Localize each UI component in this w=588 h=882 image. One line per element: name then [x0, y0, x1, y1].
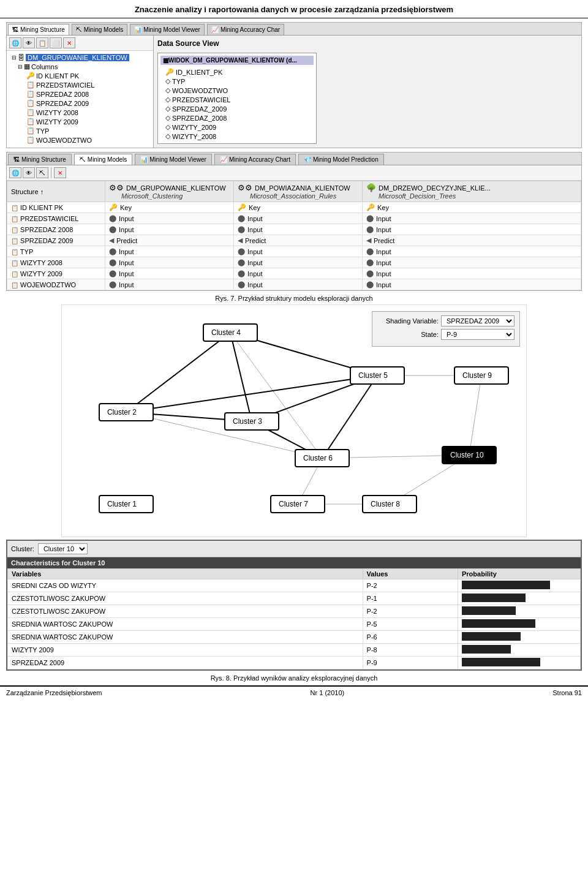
- row-field-0: 📋 ID KLIENT PK: [7, 202, 105, 213]
- row-type1-6: ⬤ Input: [105, 268, 234, 279]
- char-cluster-select[interactable]: Cluster 10: [38, 543, 88, 554]
- tab-mining-structure-top[interactable]: 🏗 Mining Structure: [8, 24, 69, 35]
- row-field-7: 📋 WOJEWODZTWO: [7, 279, 105, 290]
- tree-item-sprzedaz2009[interactable]: 📋 SPRZEDAZ 2009: [26, 99, 151, 108]
- tree-root[interactable]: ⊟ 🗄 DM_GRUPOWANIE_KLIENTOW: [12, 53, 151, 62]
- dsv-view-header: ▦ WIDOK_DM_GRUPOWANIE_KLIENTOW (d...: [160, 56, 314, 65]
- cluster-node-c10[interactable]: Cluster 10: [442, 446, 497, 464]
- row-type3-7: ⬤ Input: [363, 279, 581, 290]
- char-row: SREDNI CZAS OD WIZYTY P-2: [8, 579, 581, 592]
- dsv-field-icon-5: ◇: [165, 114, 170, 122]
- tab-mining-accuracy-bottom[interactable]: 📈 Mining Accuracy Chart: [214, 154, 296, 165]
- models-btn-2[interactable]: 👁: [23, 167, 35, 178]
- char-variable-2: CZESTOTLIWOSC ZAKUPOW: [8, 605, 363, 618]
- svg-line-15: [469, 375, 481, 455]
- input-type-icon: ⬤: [238, 281, 245, 288]
- toolbar-btn-1[interactable]: 🌐: [9, 37, 21, 48]
- row-icon-1: 📋: [11, 216, 18, 222]
- tab-mining-prediction-bottom[interactable]: 💎 Mining Model Prediction: [298, 154, 384, 165]
- predict-type-icon: ◀: [109, 236, 114, 244]
- char-value-1: P-1: [363, 592, 458, 605]
- table-row: 📋 ID KLIENT PK 🔑 Key 🔑 Key 🔑 Key: [7, 202, 581, 213]
- row-type2-7: ⬤ Input: [234, 279, 363, 290]
- toolbar-btn-2[interactable]: 👁: [23, 37, 35, 48]
- svg-line-3: [230, 333, 322, 458]
- dsv-field-icon-4: ◇: [165, 105, 170, 113]
- row-type3-5: ⬤ Input: [363, 257, 581, 268]
- row-icon-2: 📋: [11, 227, 18, 233]
- tree-item-idklient[interactable]: 🔑 ID KLIENT PK: [26, 71, 151, 80]
- cluster-node-c2[interactable]: Cluster 2: [99, 403, 154, 421]
- predict-type-icon: ◀: [238, 236, 243, 244]
- char-prob-4: [458, 631, 581, 644]
- row-icon-5: 📋: [11, 260, 18, 266]
- svg-line-1: [230, 333, 252, 421]
- dsv-field-6: ◇ WIZYTY_2009: [165, 123, 314, 132]
- mining-structure-icon-top: 🏗: [12, 26, 18, 33]
- cluster-node-c3[interactable]: Cluster 3: [224, 412, 279, 431]
- toolbar-btn-4[interactable]: ⬜: [50, 37, 62, 48]
- models-btn-1[interactable]: 🌐: [9, 167, 21, 178]
- field-icon-6: 📋: [26, 127, 35, 135]
- cluster-node-c7[interactable]: Cluster 7: [270, 495, 325, 513]
- tab-mining-models-bottom[interactable]: ⛏ Mining Models: [74, 154, 132, 165]
- cluster-node-c6[interactable]: Cluster 6: [295, 449, 350, 467]
- tree-item-sprzedaz2008[interactable]: 📋 SPRZEDAZ 2008: [26, 89, 151, 99]
- char-row: SREDNIA WARTOSC ZAKUPOW P-6: [8, 631, 581, 644]
- char-variable-5: WIZYTY 2009: [8, 644, 363, 657]
- table-row: 📋 WIZYTY 2008 ⬤ Input ⬤ Input ⬤ Input: [7, 257, 581, 268]
- dsv-field-1: ◇ TYP: [165, 77, 314, 86]
- char-prob-2: [458, 605, 581, 618]
- cluster-node-c4[interactable]: Cluster 4: [203, 323, 258, 342]
- char-row: CZESTOTLIWOSC ZAKUPOW P-1: [8, 592, 581, 605]
- shading-state-select[interactable]: P-9: [441, 329, 514, 340]
- dsv-box: ▦ WIDOK_DM_GRUPOWANIE_KLIENTOW (d... 🔑 I…: [157, 53, 317, 144]
- tab-mining-models-top[interactable]: ⛏ Mining Models: [72, 24, 127, 35]
- cluster-node-c5[interactable]: Cluster 5: [350, 366, 405, 385]
- toolbar-btn-delete[interactable]: ✕: [63, 37, 75, 48]
- row-type3-2: ⬤ Input: [363, 224, 581, 235]
- input-type-icon: ⬤: [366, 214, 374, 222]
- table-row: 📋 SPRZEDAZ 2008 ⬤ Input ⬤ Input ⬤ Input: [7, 224, 581, 235]
- char-variable-0: SREDNI CZAS OD WIZYTY: [8, 579, 363, 592]
- char-row: SPRZEDAZ 2009 P-9: [8, 657, 581, 669]
- table-row: 📋 WOJEWODZTWO ⬤ Input ⬤ Input ⬤ Input: [7, 279, 581, 290]
- association-icon: ⚙⚙: [238, 183, 252, 192]
- char-variable-6: SPRZEDAZ 2009: [8, 657, 363, 669]
- char-prob-5: [458, 644, 581, 657]
- figure2-caption: Rys. 8. Przykład wyników analizy eksplor…: [0, 674, 588, 682]
- char-value-5: P-8: [363, 644, 458, 657]
- tree-item-wojewodztwo[interactable]: 📋 WOJEWODZTWO: [26, 135, 151, 145]
- models-btn-delete[interactable]: ✕: [54, 167, 66, 178]
- row-type1-3: ◀ Predict: [105, 235, 234, 246]
- dsv-field-0: 🔑 ID_KLIENT_PK: [165, 67, 314, 77]
- footer-center: Nr 1 (2010): [311, 689, 345, 696]
- char-variable-3: SREDNIA WARTOSC ZAKUPOW: [8, 618, 363, 631]
- shading-variable-select[interactable]: SPRZEDAZ 2009: [441, 315, 514, 326]
- dsv-title: Data Source View: [157, 39, 578, 48]
- models-table: Structure ↑ ⚙⚙ DM_GRUPOWANIE_KLIENTOW Mi…: [7, 181, 581, 290]
- row-icon-0: 📋: [11, 205, 18, 211]
- toolbar-btn-3[interactable]: 📋: [36, 37, 48, 48]
- prob-bar-1: [462, 594, 526, 602]
- tree-item-wizyty2009[interactable]: 📋 WIZYTY 2009: [26, 117, 151, 126]
- mining-accuracy-icon-top: 📈: [211, 26, 219, 33]
- tree-item-typ[interactable]: 📋 TYP: [26, 126, 151, 135]
- tree-item-wizyty2008[interactable]: 📋 WIZYTY 2008: [26, 108, 151, 117]
- models-btn-3[interactable]: ⛏: [36, 167, 48, 178]
- tab-mining-viewer-top[interactable]: 📊 Mining Model Viewer: [130, 24, 205, 35]
- tab-mining-viewer-bottom[interactable]: 📊 Mining Model Viewer: [135, 154, 212, 165]
- char-col-probability: Probability: [458, 569, 581, 579]
- tree-columns[interactable]: ⊟ ▦ Columns: [18, 62, 151, 71]
- row-type1-2: ⬤ Input: [105, 224, 234, 235]
- tab-mining-accuracy-top[interactable]: 📈 Mining Accuracy Char: [207, 24, 284, 35]
- tab-mining-structure-bottom[interactable]: 🏗 Mining Structure: [8, 154, 72, 165]
- char-cluster-label: Cluster:: [11, 545, 34, 552]
- shading-state-label: State:: [377, 331, 439, 338]
- cluster-node-c9[interactable]: Cluster 9: [454, 366, 509, 385]
- tree-item-przedstawiciel[interactable]: 📋 PRZEDSTAWICIEL: [26, 80, 151, 89]
- cluster-node-c8[interactable]: Cluster 8: [362, 495, 417, 513]
- predict-type-icon: ◀: [366, 236, 371, 244]
- char-col-values: Values: [363, 569, 458, 579]
- cluster-node-c1[interactable]: Cluster 1: [99, 495, 154, 513]
